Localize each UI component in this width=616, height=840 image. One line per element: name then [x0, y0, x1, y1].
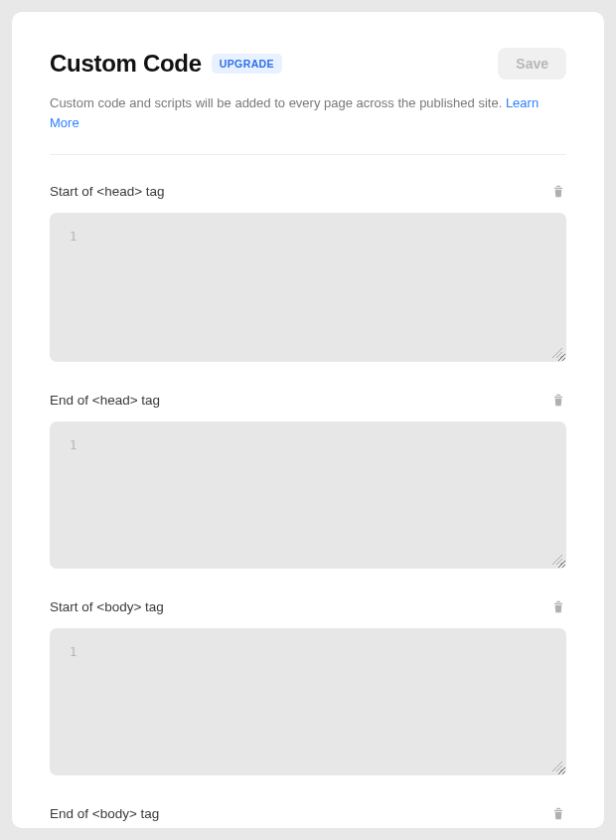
code-editor-head-end[interactable]: 1	[50, 421, 566, 569]
section-header: Start of <body> tag	[50, 598, 566, 614]
section-header: End of <head> tag	[50, 392, 566, 408]
resize-grip-icon	[552, 555, 562, 565]
custom-code-panel: Custom Code UPGRADE Save Custom code and…	[12, 12, 604, 828]
section-label: Start of <body> tag	[50, 599, 164, 614]
line-number: 1	[70, 438, 77, 452]
section-header: End of <body> tag	[50, 805, 566, 821]
resize-grip-icon	[552, 761, 562, 771]
section-header: Start of <head> tag	[50, 183, 566, 199]
trash-icon[interactable]	[550, 183, 566, 199]
resize-grip-icon	[552, 348, 562, 358]
code-editor-body-start[interactable]: 1	[50, 628, 566, 775]
line-number: 1	[70, 230, 77, 244]
code-editor-head-start[interactable]: 1	[50, 213, 566, 362]
save-button[interactable]: Save	[498, 48, 566, 80]
section-label: Start of <head> tag	[50, 184, 165, 199]
description-text: Custom code and scripts will be added to…	[50, 93, 566, 132]
trash-icon[interactable]	[550, 805, 566, 821]
trash-icon[interactable]	[550, 598, 566, 614]
code-section-body-end: End of <body> tag 1	[50, 805, 566, 828]
description-body: Custom code and scripts will be added to…	[50, 95, 506, 110]
title-group: Custom Code UPGRADE	[50, 50, 282, 78]
trash-icon[interactable]	[550, 392, 566, 408]
code-section-head-start: Start of <head> tag 1	[50, 183, 566, 362]
header-row: Custom Code UPGRADE Save	[50, 48, 566, 80]
divider	[50, 154, 566, 155]
section-label: End of <body> tag	[50, 806, 159, 821]
code-section-head-end: End of <head> tag 1	[50, 392, 566, 569]
section-label: End of <head> tag	[50, 393, 160, 408]
upgrade-badge[interactable]: UPGRADE	[212, 54, 282, 74]
code-section-body-start: Start of <body> tag 1	[50, 598, 566, 775]
page-title: Custom Code	[50, 50, 202, 78]
line-number: 1	[70, 645, 77, 659]
